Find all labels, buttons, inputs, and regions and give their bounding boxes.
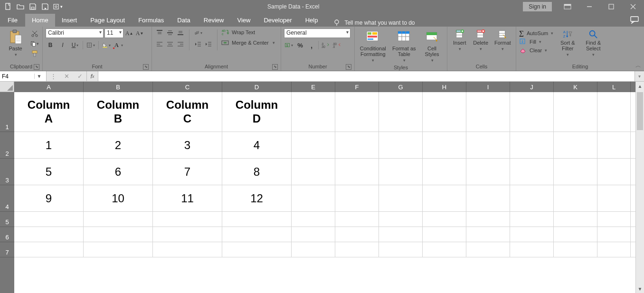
cell[interactable] [510,132,554,159]
tab-page-layout[interactable]: Page Layout [84,14,132,27]
cell[interactable] [423,242,466,257]
cell[interactable] [554,212,597,227]
scroll-up-button[interactable]: ▲ [636,82,644,90]
cell[interactable] [335,159,379,185]
delete-button[interactable]: Delete▾ [471,28,490,52]
cell[interactable] [510,227,554,242]
row-header[interactable]: 6 [0,227,14,242]
qat-save-icon[interactable] [27,0,39,13]
cell[interactable] [423,185,466,212]
row-header[interactable]: 5 [0,212,14,227]
select-all-corner[interactable] [0,82,14,92]
fill-color-button[interactable] [102,41,111,49]
cell[interactable] [597,212,631,227]
cell[interactable] [554,92,597,132]
cell[interactable] [153,242,222,257]
column-header[interactable]: F [335,82,379,92]
column-header[interactable]: I [466,82,510,92]
fx-icon[interactable]: fx [87,71,98,81]
tab-home[interactable]: Home [25,14,55,27]
wrap-text-button[interactable]: abc Wrap Text [221,28,275,36]
row-header[interactable]: 7 [0,242,14,257]
align-top-button[interactable] [155,28,164,37]
cell[interactable] [14,212,84,227]
expand-formula-bar-button[interactable]: ▾ [635,71,644,81]
cell[interactable]: 10 [84,185,153,212]
cell[interactable]: 11 [153,185,222,212]
align-left-button[interactable] [155,40,164,48]
border-button[interactable] [86,41,95,49]
cell[interactable]: ColumnD [222,92,292,132]
cell[interactable] [335,212,379,227]
qat-open-icon[interactable] [14,0,27,13]
clipboard-launcher[interactable]: ⬊ [34,64,39,70]
minimize-button[interactable] [578,0,600,13]
qat-save-all-icon[interactable] [39,0,51,13]
name-box-dropdown[interactable]: ▼ [34,74,44,79]
bold-button[interactable]: B [46,41,55,49]
cell-styles-button[interactable]: Cell Styles▾ [420,28,444,64]
name-box-input[interactable] [0,72,34,81]
cell[interactable] [84,212,153,227]
find-select-button[interactable]: Find & Select▾ [582,28,605,58]
tab-data[interactable]: Data [170,14,197,27]
cell[interactable] [222,212,292,227]
cell[interactable] [292,227,335,242]
cell[interactable] [466,227,510,242]
decrease-font-button[interactable]: A▼ [135,29,144,38]
cell[interactable] [153,227,222,242]
cell[interactable] [597,242,631,257]
cell[interactable]: ColumnB [84,92,153,132]
cell[interactable] [423,92,466,132]
insert-button[interactable]: Insert▾ [450,28,469,52]
cell[interactable] [554,132,597,159]
cell[interactable] [554,242,597,257]
ribbon-display-options-icon[interactable] [557,0,578,13]
tab-developer[interactable]: Developer [257,14,298,27]
align-bottom-button[interactable] [176,28,185,37]
cell[interactable]: 4 [222,132,292,159]
cell[interactable] [292,159,335,185]
autosum-button[interactable]: ∑AutoSum▾ [519,29,553,37]
paste-button[interactable]: Paste ▾ [3,28,28,58]
column-header[interactable]: A [14,82,84,92]
row-header[interactable]: 2 [0,132,14,159]
format-button[interactable]: Format▾ [492,28,513,52]
cell[interactable] [466,159,510,185]
row-header[interactable]: 1 [0,92,14,132]
cell[interactable] [597,227,631,242]
column-header[interactable]: B [84,82,153,92]
cell[interactable] [510,92,554,132]
tab-help[interactable]: Help [299,14,325,27]
cell[interactable] [466,242,510,257]
cell[interactable] [335,227,379,242]
cell[interactable] [510,159,554,185]
collapse-ribbon-icon[interactable]: ︿ [635,62,641,70]
cell[interactable] [510,242,554,257]
accounting-format-button[interactable]: $ [284,41,294,49]
cell[interactable]: ColumnA [14,92,84,132]
cell[interactable]: 6 [84,159,153,185]
increase-decimal-button[interactable]: .0.00 [321,41,330,49]
tab-review[interactable]: Review [197,14,231,27]
cell[interactable] [423,212,466,227]
cancel-formula-button[interactable]: ✕ [60,73,73,80]
row-header[interactable]: 3 [0,159,14,185]
number-format-select[interactable]: General [284,28,350,38]
cell[interactable] [379,92,423,132]
name-box[interactable]: ▼ [0,71,47,81]
cell[interactable] [597,92,631,132]
cell[interactable]: 1 [14,132,84,159]
cell[interactable] [292,132,335,159]
cell[interactable] [84,227,153,242]
column-header[interactable]: E [292,82,335,92]
font-size-select[interactable]: 11 [104,28,123,38]
cell[interactable] [466,212,510,227]
formula-input[interactable] [98,72,635,81]
cell[interactable]: 5 [14,159,84,185]
align-right-button[interactable] [176,40,185,48]
cell[interactable] [335,185,379,212]
column-header[interactable]: G [379,82,423,92]
cell[interactable] [379,185,423,212]
tab-view[interactable]: View [230,14,257,27]
